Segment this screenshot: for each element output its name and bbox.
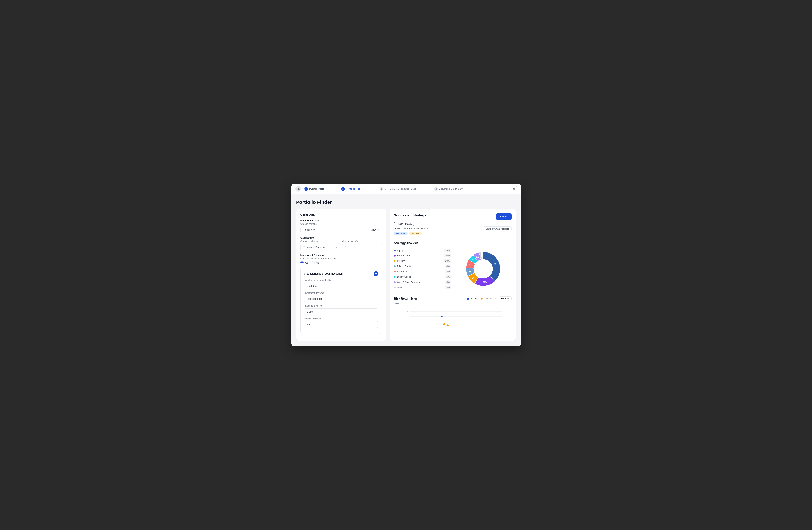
avatar: PK: [295, 186, 301, 191]
rr-chart-svg: 5% 4% 2% 0 -2%: [394, 305, 511, 332]
volume-input[interactable]: [304, 283, 378, 289]
nav-step-investor-profile[interactable]: Investor Profile: [302, 186, 326, 192]
legend-alternatives-label: Alternatives: [485, 298, 496, 300]
volume-label: Investement volume (EUR): [304, 279, 378, 281]
choose-portfolio-label: Choose portfolio: [301, 223, 382, 225]
chevron-down-icon: [373, 298, 376, 300]
alloc-pct: 20%: [444, 254, 451, 257]
goal-return-section: Goal Return Choose goal return Retiremen…: [301, 237, 382, 250]
legend-yellow-dot: [481, 298, 483, 300]
alloc-item: Insurance 8%: [394, 269, 451, 274]
donut-label: 10%: [472, 277, 475, 279]
goal-select[interactable]: Retirement Planning: [301, 244, 340, 250]
strategy-badge-row: Fincite Strategy Fincite Grow Strategy T…: [394, 222, 511, 236]
radio-no[interactable]: No: [312, 261, 319, 264]
svg-text:4%: 4%: [406, 311, 408, 313]
svg-text:2%: 2%: [406, 315, 408, 317]
radio-yes[interactable]: Yes: [301, 261, 308, 264]
alloc-pct: 6%: [445, 275, 451, 278]
alloc-pct: 10%: [444, 259, 451, 262]
alloc-pct: 38%: [444, 249, 451, 252]
strategy-tags: Return: 7% Risk: 12%: [394, 232, 428, 235]
chevron-down-icon: [313, 229, 315, 231]
alloc-name: Private Equity: [397, 265, 444, 268]
alloc-name: Luxury Goods: [397, 275, 444, 278]
alloc-item: Luxury Goods 6%: [394, 274, 451, 280]
universe-label: Investment universe: [304, 292, 378, 294]
donut-segment: [483, 252, 500, 281]
donut-label: 6%: [472, 259, 475, 261]
vehicles-select[interactable]: Global: [304, 309, 378, 315]
choose-goal-col: Choose goal return Retirement Planning: [301, 240, 340, 250]
goal-pct-input[interactable]: [342, 244, 382, 250]
rr-title: Risk Return Map: [394, 297, 417, 300]
svg-text:0: 0: [407, 320, 408, 322]
alloc-pct: 6%: [445, 281, 451, 284]
investment-goal-label: Investment Goal: [301, 219, 382, 222]
alloc-dot: [394, 287, 396, 288]
filter-icon: [507, 298, 509, 300]
tactical-select[interactable]: Yes: [304, 321, 378, 328]
eye-icon: [377, 229, 379, 231]
legend-blue-dot: [466, 298, 468, 300]
strategy-analysis-title: Strategy Analysis: [394, 242, 511, 245]
collapse-button[interactable]: −: [374, 271, 378, 276]
volume-field: Investement volume (EUR): [304, 279, 378, 289]
goal-row: Choose goal return Retirement Planning G…: [301, 240, 382, 250]
strategy-badge: Fincite Strategy: [394, 222, 415, 226]
chevron-down-icon: [373, 323, 376, 326]
svg-point-1: [378, 230, 378, 230]
right-panel: Suggested Strategy Invest Fincite Strate…: [390, 209, 516, 341]
current-point: [441, 316, 443, 317]
chevron-down-icon: [335, 246, 338, 248]
check-icon: [304, 187, 308, 191]
char-header: Characteristics of your investment −: [304, 271, 378, 276]
exit-button[interactable]: [510, 186, 517, 192]
strategy-chars-button[interactable]: Strategy Characterictics: [483, 226, 511, 231]
alt-point-2: [447, 324, 449, 326]
view-button[interactable]: View: [368, 227, 382, 233]
portfolio-dropdown[interactable]: Portfolio: [301, 227, 368, 233]
goal-pct-label: Goal return in %: [342, 240, 382, 243]
alloc-item: Fixed Income 20%: [394, 253, 451, 258]
alloc-name: Fixed Income: [397, 254, 443, 257]
risk-return-section: Risk Return Map Current Alternatives Fil…: [394, 297, 511, 330]
donut-chart: 38%20%10%8%8%6%6%: [454, 248, 512, 290]
left-panel: Client Data Investment Goal Choose portf…: [296, 209, 387, 341]
alt-point-1: [443, 323, 445, 325]
char-title: Characteristics of your investment: [304, 272, 344, 275]
donut-label: 20%: [483, 281, 487, 283]
page-title: Portfolio Finder: [296, 200, 516, 205]
goal-pct-col: Goal return in %: [342, 240, 382, 250]
investment-goal-section: Investment Goal Choose portfolio Portfol…: [301, 219, 382, 233]
characteristics-box: Characteristics of your investment − Inv…: [301, 268, 382, 334]
filter-button[interactable]: Filter: [499, 297, 512, 301]
alloc-pct: 8%: [445, 270, 451, 273]
divider-2: [394, 293, 511, 293]
alloc-item: Cash & Cash Equivalent 6%: [394, 280, 451, 285]
strategy-header: Suggested Strategy Invest: [394, 213, 511, 220]
step-number-2: 2: [341, 187, 345, 191]
rr-chart-area: Ertrag 5% 4% 2%: [394, 303, 511, 330]
investment-decision-section: Investment Decision Delegate investment …: [301, 254, 382, 264]
nav-step-documents-summary[interactable]: 4 Documents & Summary: [432, 186, 464, 192]
portfolio-row: Portfolio View: [301, 227, 382, 233]
nav-step-dpm-details[interactable]: 3 DPM Details & Regulatory Check: [377, 186, 419, 192]
alloc-dot: [394, 249, 396, 251]
alloc-dot: [394, 260, 396, 262]
radio-yes-circle: [301, 261, 304, 264]
suggested-strategy-title: Suggested Strategy: [394, 213, 426, 217]
invest-button[interactable]: Invest: [496, 213, 511, 220]
nav-step-portfolio-finder[interactable]: 2 Portfolio Finder: [339, 186, 364, 192]
donut-label: 38%: [494, 263, 497, 265]
rr-legend: Current Alternatives Filter: [466, 297, 512, 301]
universe-select[interactable]: No preference: [304, 296, 378, 302]
radio-no-circle: [312, 261, 315, 264]
donut-label: 8%: [469, 270, 472, 272]
alloc-item: Property 10%: [394, 258, 451, 263]
step-number-3: 3: [379, 187, 383, 191]
analysis-row: Equity 38% Fixed Income 20% Property 10%…: [394, 248, 511, 290]
main-content: Portfolio Finder Client Data Investment …: [291, 194, 521, 346]
donut-label: 6%: [476, 256, 479, 258]
alloc-item: Other 2%: [394, 285, 451, 290]
